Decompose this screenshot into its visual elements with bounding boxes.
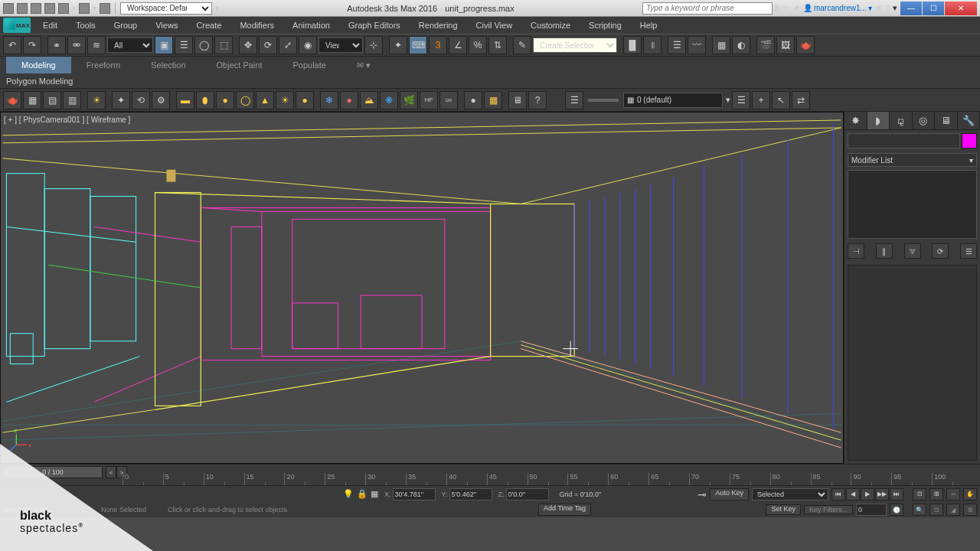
menu-rendering[interactable]: Rendering bbox=[410, 17, 467, 34]
menu-tools[interactable]: Tools bbox=[67, 17, 105, 34]
spinner-snap-button[interactable]: ⇅ bbox=[488, 36, 507, 54]
menu-help[interactable]: Help bbox=[631, 17, 667, 34]
snap-3-button[interactable]: 3 bbox=[429, 36, 447, 54]
keymode-icon[interactable]: ⊸ bbox=[697, 488, 707, 500]
fov-icon[interactable]: ◢ bbox=[946, 504, 960, 516]
undo-button[interactable]: ↶ bbox=[3, 36, 21, 54]
play-icon[interactable]: ▶ bbox=[861, 488, 874, 500]
workspace-dropdown[interactable]: Workspace: Default bbox=[120, 2, 212, 15]
close-button[interactable]: ✕ bbox=[945, 2, 977, 15]
zoom-all-icon[interactable]: ⊡ bbox=[929, 504, 943, 516]
tick-40[interactable]: 40 bbox=[446, 473, 487, 485]
modify-tab-icon[interactable]: ◗ bbox=[867, 112, 890, 129]
search-input[interactable] bbox=[642, 2, 773, 15]
setkey-button[interactable]: Set Key bbox=[766, 504, 801, 515]
rotate-button[interactable]: ⟳ bbox=[259, 36, 277, 54]
layer-add-icon[interactable]: + bbox=[752, 91, 770, 109]
infocenter-icon[interactable]: ⊞ bbox=[773, 3, 779, 13]
pivot-button[interactable]: ⊹ bbox=[364, 36, 383, 54]
tick-50[interactable]: 50 bbox=[528, 473, 568, 485]
redo-history-icon[interactable]: ▾ bbox=[93, 4, 96, 12]
box-prim-icon[interactable]: ▬ bbox=[176, 91, 194, 109]
menu-create[interactable]: Create bbox=[187, 17, 230, 34]
time-config-icon[interactable]: 🕒 bbox=[890, 504, 903, 516]
select-region-button[interactable]: ◯ bbox=[194, 36, 213, 54]
render-button[interactable]: 🫖 bbox=[796, 36, 815, 54]
autokey-button[interactable]: Auto Key bbox=[710, 488, 749, 500]
layer-sel-icon[interactable]: ↖ bbox=[772, 91, 790, 109]
menu-modifiers[interactable]: Modifiers bbox=[230, 17, 283, 34]
menu-group[interactable]: Group bbox=[105, 17, 147, 34]
hf-icon[interactable]: HF bbox=[420, 91, 438, 109]
grass-icon[interactable]: 🌿 bbox=[400, 91, 418, 109]
tick-25[interactable]: 25 bbox=[325, 473, 365, 485]
teapot-icon[interactable]: 🫖 bbox=[3, 91, 21, 109]
mirror-button[interactable]: ▐▌ bbox=[623, 36, 642, 54]
redo-button[interactable]: ↷ bbox=[23, 36, 41, 54]
move-button[interactable]: ✥ bbox=[239, 36, 257, 54]
tab-modeling[interactable]: Modeling bbox=[6, 57, 71, 73]
particle-a-icon[interactable]: ❄ bbox=[320, 91, 338, 109]
layer-explorer-icon[interactable]: ☰ bbox=[565, 91, 583, 109]
menu-civilview[interactable]: Civil View bbox=[467, 17, 521, 34]
exchange-icon[interactable]: ✕ bbox=[875, 3, 882, 13]
particle-b-icon[interactable]: ● bbox=[340, 91, 358, 109]
object-name-input[interactable] bbox=[848, 133, 960, 148]
tab-populate[interactable]: Populate bbox=[277, 57, 341, 73]
prev-frame-icon[interactable]: ◀ bbox=[846, 488, 860, 500]
tool-e-icon[interactable]: ⟲ bbox=[132, 91, 150, 109]
undo-icon[interactable] bbox=[58, 3, 69, 14]
placement-button[interactable]: ◉ bbox=[299, 36, 317, 54]
display-icon[interactable]: 🖥 bbox=[508, 91, 527, 109]
select-object-button[interactable]: ▣ bbox=[155, 36, 173, 54]
sphere-prim-icon[interactable]: ● bbox=[216, 91, 234, 109]
tick-90[interactable]: 90 bbox=[851, 473, 891, 485]
ox-icon[interactable]: ox bbox=[439, 91, 458, 109]
torus-prim-icon[interactable]: ◯ bbox=[236, 91, 254, 109]
menu-animation[interactable]: Animation bbox=[283, 17, 339, 34]
cone-prim-icon[interactable]: ▲ bbox=[256, 91, 274, 109]
tick-15[interactable]: 15 bbox=[244, 473, 285, 485]
redo-icon[interactable] bbox=[79, 3, 90, 14]
tick-100[interactable]: 100 bbox=[932, 473, 972, 485]
menu-scripting[interactable]: Scripting bbox=[580, 17, 631, 34]
show-end-icon[interactable]: ∥ bbox=[876, 243, 893, 259]
tick-45[interactable]: 45 bbox=[487, 473, 528, 485]
angle-snap-button[interactable]: ∠ bbox=[449, 36, 467, 54]
percent-snap-button[interactable]: % bbox=[469, 36, 487, 54]
schematic-button[interactable]: ▦ bbox=[712, 36, 730, 54]
help2-icon[interactable]: ? bbox=[528, 91, 547, 109]
isolate-icon[interactable]: ☀ bbox=[87, 91, 106, 109]
goto-end-icon[interactable]: ⏭ bbox=[890, 488, 903, 500]
render-setup-button[interactable]: 🎬 bbox=[756, 36, 775, 54]
keyboard-shortcut-button[interactable]: ⌨ bbox=[409, 36, 427, 54]
tool-c-icon[interactable]: ▥ bbox=[63, 91, 81, 109]
ribbon-mail-icon[interactable]: ✉ ▾ bbox=[341, 57, 386, 73]
bind-button[interactable]: ≋ bbox=[87, 36, 106, 54]
tick-70[interactable]: 70 bbox=[689, 473, 730, 485]
nav-c-icon[interactable]: ↔ bbox=[946, 488, 960, 500]
favorites-icon[interactable]: ☆ bbox=[782, 3, 790, 13]
save-icon[interactable] bbox=[44, 3, 55, 14]
modifier-list-dropdown[interactable]: Modifier List▾ bbox=[848, 153, 977, 167]
time-ruler[interactable]: 0510152025303540455055606570758085909510… bbox=[122, 473, 972, 485]
tool-d-icon[interactable]: ✦ bbox=[112, 91, 130, 109]
tick-35[interactable]: 35 bbox=[406, 473, 446, 485]
tick-80[interactable]: 80 bbox=[770, 473, 811, 485]
tick-10[interactable]: 10 bbox=[204, 473, 244, 485]
tick-95[interactable]: 95 bbox=[891, 473, 932, 485]
keyfilters-button[interactable]: Key Filters... bbox=[804, 505, 853, 514]
layer-tool-b-icon[interactable]: ⇄ bbox=[792, 91, 810, 109]
utilities-tab-icon[interactable]: 🔧 bbox=[958, 112, 981, 129]
undo-history-icon[interactable]: ▾ bbox=[72, 4, 76, 12]
nav-d-icon[interactable]: ✋ bbox=[963, 488, 977, 500]
coord-y-input[interactable] bbox=[449, 488, 492, 500]
layer-dropdown[interactable]: ▦ 0 (default) bbox=[623, 93, 723, 108]
link-button[interactable]: ⚭ bbox=[47, 36, 66, 54]
tab-freeform[interactable]: Freeform bbox=[71, 57, 136, 73]
unlink-button[interactable]: ⚮ bbox=[67, 36, 86, 54]
keymode-dropdown[interactable]: Selected bbox=[752, 488, 828, 500]
tick-30[interactable]: 30 bbox=[365, 473, 406, 485]
sun-icon[interactable]: ☀ bbox=[276, 91, 294, 109]
tick-75[interactable]: 75 bbox=[730, 473, 770, 485]
